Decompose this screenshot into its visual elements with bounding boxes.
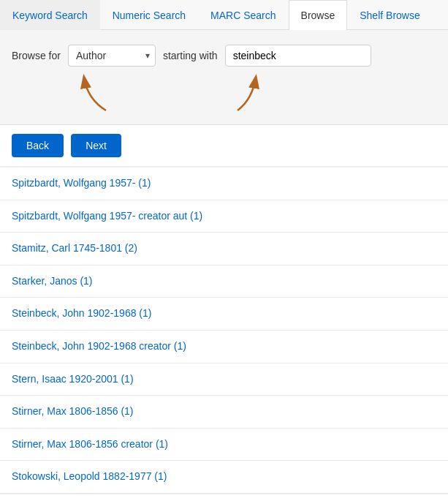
tab-numeric[interactable]: Numeric Search xyxy=(100,0,198,30)
list-item[interactable]: Stirner, Max 1806-1856 creator (1) xyxy=(0,429,448,462)
list-item[interactable]: Spitzbardt, Wolfgang 1957- (1) xyxy=(0,167,448,200)
browse-for-label: Browse for xyxy=(12,50,61,61)
list-item[interactable]: Starker, Janos (1) xyxy=(0,265,448,298)
bottom-button-row: Back Next xyxy=(0,494,448,501)
list-item[interactable]: Steinbeck, John 1902-1968 creator (1) xyxy=(0,331,448,363)
top-button-row: Back Next xyxy=(0,125,448,167)
list-item[interactable]: Stokowski, Leopold 1882-1977 (1) xyxy=(0,461,448,494)
browse-type-select[interactable]: Author Title Subject Call Number xyxy=(68,45,156,67)
arrow-right-annotation xyxy=(227,70,270,114)
list-item[interactable]: Stirner, Max 1806-1856 (1) xyxy=(0,396,448,429)
tab-browse[interactable]: Browse xyxy=(289,0,348,30)
type-select-wrapper: Author Title Subject Call Number ▾ xyxy=(68,45,156,67)
tab-bar: Keyword Search Numeric Search MARC Searc… xyxy=(0,0,448,30)
next-button-top[interactable]: Next xyxy=(71,134,121,157)
tab-shelf[interactable]: Shelf Browse xyxy=(347,0,432,30)
arrow-left-annotation xyxy=(73,70,117,114)
list-item[interactable]: Spitzbardt, Wolfgang 1957- creator aut (… xyxy=(0,200,448,233)
browse-controls: Browse for Author Title Subject Call Num… xyxy=(0,30,448,125)
back-button-top[interactable]: Back xyxy=(12,134,64,157)
tab-keyword[interactable]: Keyword Search xyxy=(0,0,100,30)
search-input[interactable] xyxy=(225,45,371,67)
starting-with-label: starting with xyxy=(163,50,218,61)
tab-marc[interactable]: MARC Search xyxy=(198,0,288,30)
list-item[interactable]: Steinbeck, John 1902-1968 (1) xyxy=(0,298,448,331)
results-list: Spitzbardt, Wolfgang 1957- (1)Spitzbardt… xyxy=(0,167,448,494)
list-item[interactable]: Stamitz, Carl 1745-1801 (2) xyxy=(0,233,448,265)
browse-row: Browse for Author Title Subject Call Num… xyxy=(12,45,436,67)
list-item[interactable]: Stern, Isaac 1920-2001 (1) xyxy=(0,363,448,396)
